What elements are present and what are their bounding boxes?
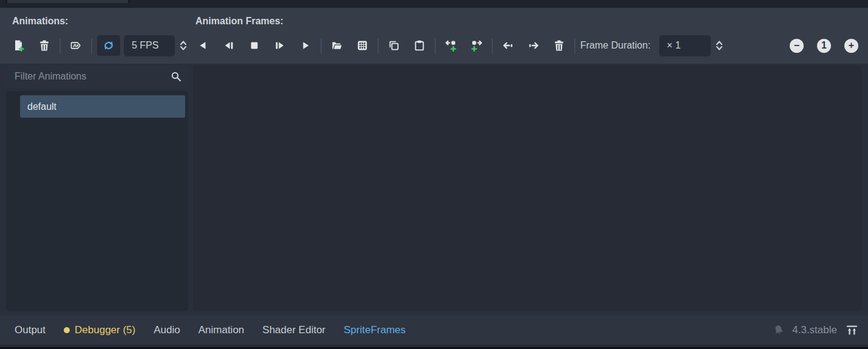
delete-animation-button[interactable]	[34, 35, 55, 56]
notification-bell-icon[interactable]	[773, 324, 785, 336]
move-frame-right-button[interactable]	[523, 35, 544, 56]
tab-shader-editor[interactable]: Shader Editor	[262, 324, 325, 336]
bottom-bar-right: 4.3.stable	[773, 324, 858, 336]
frames-toolbar: Frame Duration: × 1 − 1	[193, 29, 862, 63]
copy-icon	[388, 39, 400, 52]
panel-separator	[0, 3, 868, 8]
play-icon	[299, 39, 311, 52]
version-label[interactable]: 4.3.stable	[792, 324, 837, 336]
move-frame-left-button[interactable]	[498, 35, 518, 56]
animation-frames-area[interactable]	[193, 66, 862, 311]
insert-before-icon	[444, 39, 458, 52]
toolbar-area: Animations:	[0, 8, 868, 64]
add-animation-button[interactable]	[8, 35, 29, 56]
insert-after-icon	[470, 39, 483, 52]
play-from-start-icon	[274, 39, 286, 52]
animation-list: default	[6, 91, 188, 311]
add-animation-icon	[13, 39, 25, 52]
animation-name: default	[27, 101, 56, 112]
add-frames-from-sheet-button[interactable]	[352, 35, 373, 56]
play-backwards-from-end-button[interactable]	[219, 35, 239, 56]
tab-label: Audio	[154, 324, 180, 336]
paste-icon	[413, 39, 426, 52]
content-area: default	[0, 64, 868, 316]
animations-title: Animations:	[12, 15, 188, 28]
autoplay-icon: A	[70, 39, 82, 52]
autoplay-button[interactable]: A	[66, 35, 86, 56]
filter-animations-box[interactable]	[6, 66, 188, 87]
toolbar-separator	[435, 38, 436, 53]
animations-toolbar: A	[6, 29, 188, 63]
folder-open-icon	[331, 39, 343, 52]
paste-frame-button[interactable]	[409, 35, 430, 56]
zoom-reset-label: 1	[821, 41, 827, 50]
loop-icon	[103, 39, 115, 52]
toolbar-separator	[59, 38, 61, 53]
delete-frame-button[interactable]	[549, 35, 569, 56]
zoom-reset-button[interactable]: 1	[817, 39, 831, 53]
animation-frames-title: Animation Frames:	[195, 15, 862, 28]
frame-duration-value: × 1	[667, 40, 681, 51]
sprite-sheet-grid-icon	[356, 39, 368, 52]
move-right-icon	[527, 39, 540, 52]
trash-icon	[38, 39, 50, 52]
frame-duration-spinbox[interactable]: × 1	[659, 35, 711, 56]
minus-icon: −	[794, 41, 799, 50]
stop-button[interactable]	[244, 35, 265, 56]
animations-sidebar: default	[6, 66, 188, 311]
play-backwards-button[interactable]	[193, 35, 214, 56]
search-icon	[170, 70, 182, 83]
tab-audio[interactable]: Audio	[154, 324, 180, 336]
stop-icon	[248, 39, 260, 52]
top-edge	[0, 0, 868, 3]
toolbar-separator	[492, 38, 493, 53]
loop-button[interactable]	[97, 35, 120, 56]
tab-label: Output	[15, 324, 46, 336]
debugger-warning-dot-icon	[64, 327, 70, 333]
toolbar-separator	[378, 38, 379, 53]
frame-duration-spinner-arrows[interactable]	[713, 39, 725, 52]
tab-output[interactable]: Output	[15, 324, 46, 336]
fps-spinbox[interactable]: 5 FPS	[124, 35, 175, 56]
plus-icon: +	[849, 41, 854, 50]
tab-debugger[interactable]: Debugger (5)	[64, 324, 135, 336]
fps-value: 5 FPS	[132, 40, 158, 51]
expand-bottom-panel-icon[interactable]	[846, 324, 858, 336]
play-backwards-from-end-icon	[223, 39, 235, 52]
zoom-controls: − 1 +	[790, 39, 862, 53]
panel-above-remnant	[5, 0, 130, 3]
zoom-in-button[interactable]: +	[844, 39, 858, 53]
fps-spinner-arrows[interactable]	[177, 39, 189, 52]
animations-column-header: Animations:	[6, 8, 188, 64]
trash-icon	[553, 39, 565, 52]
toolbar-separator	[320, 38, 322, 53]
tab-label: Debugger (5)	[75, 324, 135, 336]
load-frames-button[interactable]	[327, 35, 347, 56]
insert-frame-after-button[interactable]	[466, 35, 487, 56]
move-left-icon	[502, 39, 514, 52]
tab-animation[interactable]: Animation	[198, 324, 245, 336]
play-backwards-icon	[197, 39, 209, 52]
svg-text:A: A	[73, 42, 77, 49]
filter-animations-input[interactable]	[13, 70, 170, 83]
tab-label: Shader Editor	[262, 324, 325, 336]
frames-column-header: Animation Frames:	[193, 8, 862, 64]
tab-label: Animation	[198, 324, 245, 336]
copy-frame-button[interactable]	[384, 35, 404, 56]
play-button[interactable]	[295, 35, 316, 56]
play-from-start-button[interactable]	[270, 35, 290, 56]
sprite-frames-bottom-panel: Animations:	[0, 0, 868, 349]
zoom-out-button[interactable]: −	[790, 39, 804, 53]
toolbar-separator	[574, 38, 575, 53]
tab-spriteframes[interactable]: SpriteFrames	[344, 324, 405, 336]
tab-label: SpriteFrames	[344, 324, 405, 336]
bottom-panel-tab-bar: Output Debugger (5) Audio Animation Shad…	[0, 316, 868, 345]
insert-frame-before-button[interactable]	[441, 35, 461, 56]
frame-duration-label: Frame Duration:	[580, 40, 651, 51]
animation-list-item-default[interactable]: default	[20, 95, 185, 118]
toolbar-separator	[91, 38, 92, 53]
